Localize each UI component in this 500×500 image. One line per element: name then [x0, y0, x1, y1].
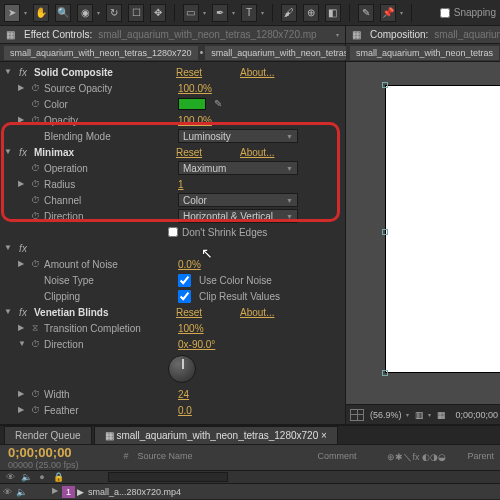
disclosure-triangle[interactable]: ▶ [18, 389, 26, 398]
disclosure-triangle[interactable]: ▶ [18, 323, 26, 332]
speaker-icon[interactable]: 🔈 [20, 472, 32, 482]
blending-mode-dropdown[interactable]: Luminosity▼ [178, 129, 298, 143]
disclosure-triangle[interactable]: ▶ [18, 259, 26, 268]
disclosure-triangle[interactable]: ▶ [18, 83, 26, 92]
rotate-tool[interactable]: ↻ [106, 4, 122, 22]
effect-name[interactable]: Solid Composite [34, 67, 172, 78]
color-swatch[interactable] [178, 98, 206, 110]
transform-handle[interactable] [382, 370, 388, 376]
col-comment[interactable]: Comment [311, 451, 381, 464]
selection-tool[interactable]: ➤ [4, 4, 20, 22]
breadcrumb-layer[interactable]: small_aquarium_with_neon_tetras [205, 46, 354, 60]
reset-link[interactable]: Reset [176, 147, 236, 158]
direction-dropdown[interactable]: Horizontal & Vertical▼ [178, 209, 298, 223]
effect-name[interactable]: Venetian Blinds [34, 307, 172, 318]
brush-tool[interactable]: 🖌 [281, 4, 297, 22]
disclosure-triangle[interactable]: ▶ [18, 179, 26, 188]
camera-tool[interactable]: ☐ [128, 4, 144, 22]
breadcrumb-comp[interactable]: small_aquarium_with_neon_tetras_1280x720 [4, 46, 198, 60]
disclosure-triangle[interactable]: ▶ [18, 405, 26, 414]
clip-result-checkbox[interactable] [178, 290, 191, 303]
pin-tool[interactable]: 📌 [380, 4, 396, 22]
about-link[interactable]: About... [240, 307, 274, 318]
transform-handle[interactable] [382, 229, 388, 235]
col-switches[interactable]: ⊕✱＼fx ◐◑◒ [381, 451, 461, 464]
disclosure-triangle[interactable]: ▼ [4, 243, 12, 252]
chevron-down-icon[interactable]: ▾ [24, 9, 27, 16]
layer-search-input[interactable] [108, 472, 228, 482]
snapping-toggle[interactable]: Snapping [440, 7, 496, 18]
shape-tool[interactable]: ▭ [183, 4, 199, 22]
disclosure-triangle[interactable]: ▼ [4, 307, 12, 316]
stopwatch-icon[interactable]: ⏱ [30, 99, 40, 109]
about-link[interactable]: About... [240, 67, 274, 78]
prop-value[interactable]: 1 [178, 179, 184, 190]
stopwatch-icon[interactable]: ⏱ [30, 211, 40, 221]
tab-composition[interactable]: ▦ small_aquarium_with_neon_tetras_1280x7… [94, 426, 338, 444]
orbit-tool[interactable]: ◉ [77, 4, 93, 22]
reset-link[interactable]: Reset [176, 67, 236, 78]
disclosure-triangle[interactable]: ▶ [18, 115, 26, 124]
composition-canvas[interactable] [386, 86, 500, 372]
clone-tool[interactable]: ⊕ [303, 4, 319, 22]
prop-value[interactable]: 24 [178, 389, 189, 400]
disclosure-triangle[interactable]: ▶ [52, 486, 60, 495]
stopwatch-icon[interactable]: ⏱ [30, 405, 40, 415]
effect-name[interactable]: Minimax [34, 147, 172, 158]
direction-dial[interactable] [168, 355, 196, 383]
snapping-checkbox[interactable] [440, 8, 450, 18]
transform-handle[interactable] [382, 82, 388, 88]
prop-value[interactable]: 0.0 [178, 405, 192, 416]
chevron-down-icon[interactable]: ▾ [232, 9, 235, 16]
chevron-down-icon[interactable]: ▾ [428, 411, 431, 418]
eraser-tool[interactable]: ◧ [325, 4, 341, 22]
fx-badge[interactable]: fx [16, 67, 30, 78]
disclosure-triangle[interactable]: ▼ [4, 67, 12, 76]
stopwatch-icon[interactable]: ⏱ [30, 83, 40, 93]
stopwatch-icon[interactable]: ⏱ [30, 163, 40, 173]
col-parent[interactable]: Parent [461, 451, 500, 464]
stopwatch-icon[interactable]: ⏱ [30, 179, 40, 189]
speaker-icon[interactable]: 🔈 [14, 487, 28, 497]
prop-value[interactable]: 100.0% [178, 83, 212, 94]
operation-dropdown[interactable]: Maximum▼ [178, 161, 298, 175]
chevron-down-icon[interactable]: ▾ [97, 9, 100, 16]
view-mode-icon[interactable]: ▥ [415, 410, 424, 420]
roto-tool[interactable]: ✎ [358, 4, 374, 22]
stopwatch-icon[interactable]: ⧖ [30, 323, 40, 333]
fx-badge[interactable]: fx [16, 243, 30, 254]
prop-value[interactable]: 0.0% [178, 259, 201, 270]
eye-icon[interactable]: 👁 [4, 472, 16, 482]
pen-tool[interactable]: ✒ [212, 4, 228, 22]
chevron-down-icon[interactable]: ▾ [400, 9, 403, 16]
about-link[interactable]: About... [240, 147, 274, 158]
lock-icon[interactable]: 🔒 [52, 472, 64, 482]
stopwatch-icon[interactable]: ⏱ [30, 389, 40, 399]
disclosure-triangle[interactable]: ▼ [4, 147, 12, 156]
dont-shrink-checkbox[interactable] [168, 227, 178, 237]
solo-icon[interactable]: ● [36, 472, 48, 482]
fx-badge[interactable]: fx [16, 307, 30, 318]
use-color-noise-checkbox[interactable] [178, 274, 191, 287]
tab-render-queue[interactable]: Render Queue [4, 426, 92, 444]
chevron-down-icon[interactable]: ▾ [261, 9, 264, 16]
stopwatch-icon[interactable]: ⏱ [30, 259, 40, 269]
res-icon[interactable]: ▦ [437, 410, 446, 420]
chevron-down-icon[interactable]: ▾ [406, 411, 409, 418]
layer-name[interactable]: small_a...280x720.mp4 [84, 487, 284, 497]
panel-menu-icon[interactable]: ▾ [336, 31, 339, 38]
type-tool[interactable]: T [241, 4, 257, 22]
prop-value[interactable]: 0x-90.0° [178, 339, 215, 350]
fx-badge[interactable]: fx [16, 147, 30, 158]
col-source[interactable]: Source Name [131, 451, 311, 464]
prop-value[interactable]: 100% [178, 323, 204, 334]
anchor-tool[interactable]: ✥ [150, 4, 166, 22]
stopwatch-icon[interactable]: ⏱ [30, 339, 40, 349]
current-time[interactable]: 0;00;00;00 [0, 445, 93, 460]
channel-dropdown[interactable]: Color▼ [178, 193, 298, 207]
reset-link[interactable]: Reset [176, 307, 236, 318]
timecode[interactable]: 0;00;00;00 [456, 410, 499, 420]
breadcrumb-comp[interactable]: small_aquarium_with_neon_tetras [350, 46, 499, 60]
chevron-down-icon[interactable]: ▾ [203, 9, 206, 16]
eye-icon[interactable]: 👁 [0, 487, 14, 497]
